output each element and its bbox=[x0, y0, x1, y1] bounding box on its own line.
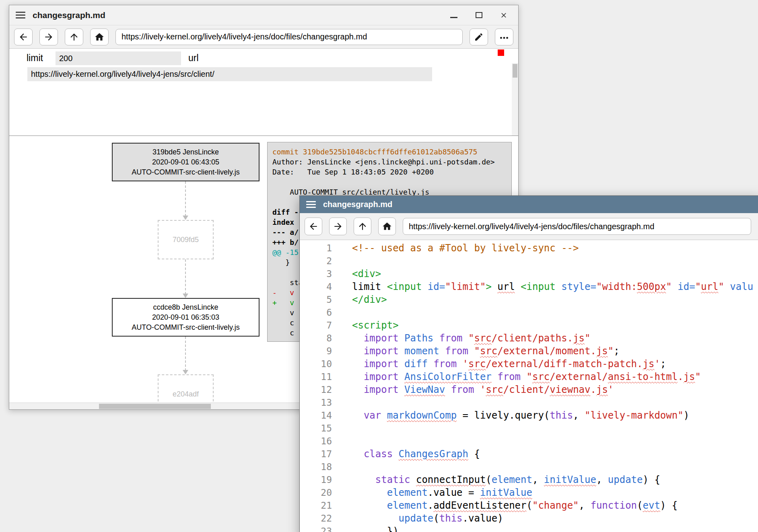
code-text: import diff from 'src/external/diff-matc… bbox=[332, 357, 666, 370]
home-button[interactable] bbox=[90, 29, 109, 45]
minimize-icon bbox=[450, 17, 457, 18]
commit-node-319bde5[interactable]: 319bde5 JensLincke 2020-09-01 06:43:05 A… bbox=[112, 143, 260, 181]
line-number: 18 bbox=[300, 460, 332, 473]
code-segment: , bbox=[532, 474, 544, 485]
code-line[interactable]: 7<script> bbox=[300, 319, 758, 332]
code-segment: update bbox=[399, 513, 434, 524]
up-icon bbox=[357, 221, 368, 232]
code-line[interactable]: 21 element.addEventListener("change", fu… bbox=[300, 499, 758, 512]
code-line[interactable]: 4limit <input id="limit"> url <input sty… bbox=[300, 280, 758, 293]
home-button[interactable] bbox=[378, 218, 396, 235]
code-segment: = lively.query( bbox=[457, 410, 550, 421]
code-segment: static bbox=[375, 474, 410, 485]
arrow-down-icon bbox=[183, 216, 188, 220]
code-line[interactable]: 2 bbox=[300, 255, 758, 267]
url-input[interactable] bbox=[403, 218, 751, 235]
code-segment: ; bbox=[614, 345, 619, 357]
back-button[interactable] bbox=[14, 29, 33, 45]
code-segment: { bbox=[468, 448, 480, 460]
url-input[interactable] bbox=[115, 29, 463, 45]
code-line[interactable]: 20 element.value = initValue bbox=[300, 486, 758, 499]
commit-node-text: ccdce8b JensLincke bbox=[113, 302, 259, 312]
line-number: 19 bbox=[300, 473, 332, 486]
code-segment bbox=[352, 358, 364, 370]
minimize-button[interactable] bbox=[449, 10, 459, 20]
code-text: import moment from "src/external/moment.… bbox=[332, 345, 620, 357]
code-segment: from bbox=[433, 358, 457, 370]
code-line[interactable]: 13 bbox=[300, 396, 758, 409]
line-number: 15 bbox=[300, 422, 332, 435]
up-button[interactable] bbox=[354, 218, 371, 235]
code-text: var markdownComp = lively.query(this, "l… bbox=[332, 409, 689, 422]
code-editor[interactable]: 1<!-- used as a #Tool by lively-sync -->… bbox=[300, 240, 758, 532]
code-text bbox=[332, 396, 352, 409]
code-line[interactable]: 15 bbox=[300, 422, 758, 435]
code-segment: " bbox=[695, 371, 701, 382]
horizontal-scrollbar-thumb[interactable] bbox=[99, 404, 211, 409]
code-line[interactable]: 3<div> bbox=[300, 267, 758, 280]
code-segment: /external/diff-match-patch. bbox=[486, 358, 643, 370]
code-line[interactable]: 18 bbox=[300, 460, 758, 473]
code-text bbox=[332, 255, 352, 267]
more-options-button[interactable] bbox=[495, 29, 513, 45]
code-segment: ) { bbox=[643, 474, 660, 485]
code-line[interactable]: 16 bbox=[300, 435, 758, 448]
code-line[interactable]: 22 update(this.value) bbox=[300, 512, 758, 525]
code-segment: /external/moment. bbox=[497, 345, 596, 357]
edge-line bbox=[185, 181, 186, 216]
code-segment: " bbox=[666, 281, 678, 292]
code-line[interactable]: 17 class ChangesGraph { bbox=[300, 448, 758, 460]
code-line[interactable]: 8 import Paths from "src/client/paths.js… bbox=[300, 332, 758, 345]
menu-button[interactable] bbox=[15, 10, 26, 20]
code-line[interactable]: 10 import diff from 'src/external/diff-m… bbox=[300, 357, 758, 370]
vertical-scrollbar[interactable] bbox=[512, 63, 518, 136]
code-segment: import bbox=[364, 358, 399, 370]
code-segment: js bbox=[643, 358, 655, 370]
code-segment: initValue bbox=[544, 474, 596, 485]
repo-url-input[interactable] bbox=[27, 67, 432, 81]
line-number: 5 bbox=[300, 293, 332, 306]
arrow-down-icon bbox=[183, 294, 188, 298]
code-segment bbox=[381, 410, 387, 421]
line-number: 14 bbox=[300, 409, 332, 422]
code-text: limit <input id="limit"> url <input styl… bbox=[332, 280, 753, 293]
menu-button[interactable] bbox=[305, 199, 317, 210]
code-segment: "change" bbox=[532, 500, 579, 511]
maximize-button[interactable] bbox=[474, 10, 484, 20]
code-segment: diff bbox=[404, 358, 428, 370]
line-number: 17 bbox=[300, 448, 332, 460]
code-line[interactable]: 19 static connectInput(element, initValu… bbox=[300, 473, 758, 486]
code-segment bbox=[352, 500, 387, 511]
commit-node-e204adf[interactable]: e204adf bbox=[158, 374, 214, 403]
up-button[interactable] bbox=[65, 29, 83, 45]
limit-input[interactable] bbox=[56, 51, 181, 65]
commit-node-7009fd5[interactable]: 7009fd5 bbox=[158, 220, 214, 259]
code-line[interactable]: 9 import moment from "src/external/momen… bbox=[300, 345, 758, 357]
diff-line: Author: JensLincke <jens.lincke@hpi.uni-… bbox=[272, 157, 507, 167]
window-titlebar[interactable]: changesgraph.md bbox=[300, 196, 758, 213]
window-titlebar[interactable]: changesgraph.md bbox=[9, 5, 518, 25]
code-line[interactable]: 12 import ViewNav from 'src/client/viewn… bbox=[300, 383, 758, 396]
code-text: <!-- used as a #Tool by lively-sync --> bbox=[332, 242, 579, 255]
code-line[interactable]: 5</div> bbox=[300, 293, 758, 306]
code-segment: var bbox=[364, 410, 381, 421]
back-button[interactable] bbox=[305, 218, 322, 235]
code-segment: src bbox=[474, 333, 491, 344]
code-line[interactable]: 11 import AnsiColorFilter from "src/exte… bbox=[300, 370, 758, 383]
code-segment bbox=[352, 333, 364, 344]
code-segment: style= bbox=[561, 281, 596, 292]
forward-button[interactable] bbox=[39, 29, 58, 45]
vertical-scrollbar-thumb[interactable] bbox=[513, 64, 517, 78]
edit-button[interactable] bbox=[470, 29, 488, 45]
home-icon bbox=[94, 32, 105, 42]
code-line[interactable]: 14 var markdownComp = lively.query(this,… bbox=[300, 409, 758, 422]
code-text: element.addEventListener("change", funct… bbox=[332, 499, 678, 512]
code-line[interactable]: 6 bbox=[300, 306, 758, 319]
code-line[interactable]: 23 }) bbox=[300, 525, 758, 532]
up-icon bbox=[69, 32, 79, 42]
close-button[interactable] bbox=[499, 10, 509, 20]
forward-button[interactable] bbox=[329, 218, 347, 235]
code-segment: <script> bbox=[352, 320, 399, 331]
commit-node-ccdce8b[interactable]: ccdce8b JensLincke 2020-09-01 06:35:03 A… bbox=[112, 298, 260, 337]
code-line[interactable]: 1<!-- used as a #Tool by lively-sync --> bbox=[300, 242, 758, 255]
